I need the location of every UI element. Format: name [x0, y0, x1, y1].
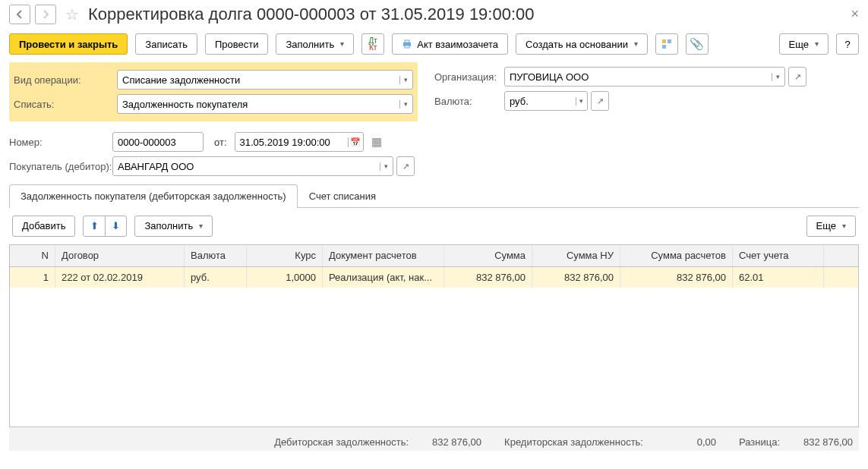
paperclip-icon: 📎	[690, 37, 704, 51]
cell-sum-nu: 832 876,00	[532, 267, 620, 288]
arrow-right-icon	[41, 10, 50, 19]
fill-button[interactable]: Заполнить	[276, 33, 354, 55]
post-button[interactable]: Провести	[205, 33, 269, 55]
credit-total-value: 0,00	[648, 436, 716, 449]
buyer-open-button[interactable]: ↗	[396, 156, 415, 176]
op-type-field[interactable]: ▾	[117, 70, 413, 90]
svg-rect-5	[662, 45, 666, 49]
org-label: Организация:	[434, 71, 504, 83]
op-type-label: Вид операции:	[14, 74, 117, 87]
debit-total-value: 832 876,00	[413, 436, 481, 449]
create-based-button[interactable]: Создать на основании	[516, 33, 648, 55]
currency-dd[interactable]: ▾	[576, 97, 587, 105]
col-contract[interactable]: Договор	[55, 245, 185, 266]
col-sum-nu[interactable]: Сумма НУ	[532, 245, 620, 266]
writeoff-dd[interactable]: ▾	[399, 100, 412, 109]
debt-grid: N Договор Валюта Курс Документ расчетов …	[9, 244, 859, 427]
doc-status-icon[interactable]: ▦	[371, 135, 382, 149]
print-act-button[interactable]: Акт взаимозачета	[392, 33, 508, 55]
page-title: Корректировка долга 0000-000003 от 31.05…	[88, 5, 846, 24]
move-down-button[interactable]: ⬇	[105, 216, 126, 236]
number-label: Номер:	[9, 137, 112, 149]
diff-total-value: 832 876,00	[784, 436, 853, 449]
post-and-close-button[interactable]: Провести и закрыть	[9, 33, 128, 55]
cell-currency: руб.	[185, 267, 247, 288]
nav-back-button[interactable]	[9, 5, 30, 24]
svg-rect-2	[405, 46, 409, 48]
date-input[interactable]	[235, 137, 349, 149]
currency-field[interactable]: ▾	[504, 91, 588, 111]
writeoff-label: Списать:	[14, 99, 117, 111]
col-sum-calc[interactable]: Сумма расчетов	[620, 245, 733, 266]
calendar-icon[interactable]: 📅	[348, 137, 362, 147]
date-field[interactable]: 📅	[235, 132, 364, 152]
more-button[interactable]: Еще	[779, 33, 829, 55]
org-open-button[interactable]: ↗	[788, 67, 806, 87]
help-button[interactable]: ?	[836, 33, 859, 55]
currency-input[interactable]	[505, 96, 576, 108]
structure-icon	[661, 39, 672, 49]
grid-more-button[interactable]: Еще	[806, 216, 856, 237]
org-dd[interactable]: ▾	[772, 73, 784, 81]
open-icon: ↗	[592, 96, 608, 106]
cell-account: 62.01	[733, 267, 824, 288]
save-button[interactable]: Записать	[135, 33, 197, 55]
cell-sum-calc: 832 876,00	[620, 267, 733, 288]
open-icon: ↗	[397, 162, 414, 172]
debit-total-label: Дебиторская задолженность:	[274, 436, 409, 448]
svg-rect-4	[668, 39, 671, 43]
diff-total-label: Разница:	[739, 436, 780, 448]
cell-contract: 222 от 02.02.2019	[55, 267, 185, 288]
cell-sum: 832 876,00	[444, 267, 532, 288]
cell-doc: Реализация (акт, нак...	[323, 267, 444, 288]
svg-rect-1	[405, 40, 409, 42]
print-act-label: Акт взаимозачета	[417, 39, 498, 51]
tab-debt[interactable]: Задолженность покупателя (дебиторская за…	[9, 184, 298, 208]
credit-total-label: Кредиторская задолженность:	[504, 436, 643, 448]
buyer-label: Покупатель (дебитор):	[9, 161, 112, 173]
op-type-dd[interactable]: ▾	[399, 76, 412, 84]
buyer-input[interactable]	[113, 161, 380, 173]
col-account[interactable]: Счет учета	[733, 245, 824, 266]
writeoff-field[interactable]: ▾	[117, 94, 413, 114]
op-type-input[interactable]	[118, 74, 399, 87]
grid-header: N Договор Валюта Курс Документ расчетов …	[10, 245, 858, 267]
grid-fill-button[interactable]: Заполнить	[134, 216, 213, 237]
col-rate[interactable]: Курс	[247, 245, 323, 266]
attach-button[interactable]: 📎	[686, 33, 709, 55]
number-input[interactable]	[113, 137, 203, 149]
org-field[interactable]: ▾	[504, 67, 785, 87]
arrow-left-icon	[15, 10, 24, 19]
buyer-field[interactable]: ▾	[112, 156, 393, 176]
col-n[interactable]: N	[10, 245, 55, 266]
dk-icon: ДтКт	[369, 37, 377, 51]
col-sum[interactable]: Сумма	[444, 245, 532, 266]
totals-bar: Дебиторская задолженность:832 876,00 Кре…	[9, 427, 859, 452]
col-doc[interactable]: Документ расчетов	[323, 245, 444, 266]
col-currency[interactable]: Валюта	[185, 245, 247, 266]
move-up-button[interactable]: ⬆	[84, 216, 105, 236]
currency-open-button[interactable]: ↗	[591, 91, 609, 111]
nav-forward-button[interactable]	[35, 5, 56, 24]
cell-n: 1	[10, 267, 55, 288]
svg-rect-3	[662, 39, 666, 43]
table-row[interactable]: 1 222 от 02.02.2019 руб. 1,0000 Реализац…	[10, 267, 858, 288]
tab-writeoff-account[interactable]: Счет списания	[298, 184, 387, 208]
org-input[interactable]	[505, 71, 772, 83]
add-row-button[interactable]: Добавить	[12, 216, 75, 237]
close-icon[interactable]: ×	[851, 6, 859, 23]
move-row-buttons: ⬆ ⬇	[83, 216, 127, 237]
open-icon: ↗	[789, 72, 806, 82]
currency-label: Валюта:	[434, 96, 504, 108]
writeoff-input[interactable]	[118, 99, 399, 111]
cell-rate: 1,0000	[247, 267, 323, 288]
printer-icon	[402, 39, 412, 49]
favorite-star-icon[interactable]: ☆	[65, 5, 79, 24]
from-label: от:	[214, 137, 227, 149]
dk-button[interactable]: ДтКт	[361, 33, 384, 55]
buyer-dd[interactable]: ▾	[380, 162, 393, 171]
number-field[interactable]	[112, 132, 204, 152]
structure-button[interactable]	[655, 33, 678, 55]
